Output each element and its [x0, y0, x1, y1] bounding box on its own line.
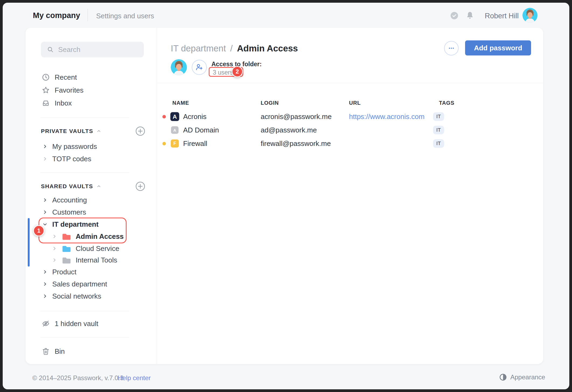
settings-and-users-link[interactable]: Settings and users — [96, 12, 154, 20]
password-name: Firewall — [183, 139, 207, 148]
folder-icon — [62, 256, 71, 264]
appearance-icon — [499, 373, 507, 381]
column-header-name: NAME — [172, 100, 189, 106]
table-row[interactable]: A AD Domain ad@passwork.me IT — [157, 123, 543, 137]
copyright-text: © 2014–2025 Passwork, v.7.0.3 — [32, 374, 124, 382]
folder-icon — [62, 233, 71, 240]
search-icon — [47, 46, 54, 53]
breadcrumb-separator: / — [230, 43, 233, 54]
table-row[interactable]: A Acronis acronis@passwork.me https://ww… — [157, 110, 543, 123]
appearance-toggle[interactable]: Appearance — [499, 373, 545, 381]
sidebar-item-my-passwords[interactable]: My passwords — [26, 141, 157, 152]
main-area: IT department / Admin Access Access to f… — [157, 28, 543, 364]
sidebar-divider — [40, 118, 129, 118]
access-users-count[interactable]: 3 users — [213, 69, 233, 76]
status-dot — [162, 142, 166, 145]
password-url-link[interactable]: https://www.acronis.com — [349, 113, 424, 121]
search-box[interactable] — [41, 42, 144, 57]
content-card: Recent Favorites Inbox PRIVATE VAULTS My… — [26, 28, 543, 364]
sidebar-item-customers[interactable]: Customers — [26, 206, 157, 218]
sidebar-divider — [40, 172, 129, 173]
chevron-up-icon — [96, 184, 101, 189]
sidebar-divider — [40, 337, 129, 338]
column-header-url: URL — [349, 100, 361, 106]
sidebar-item-internal-tools[interactable]: Internal Tools — [26, 254, 157, 266]
chevron-right-icon — [42, 197, 48, 203]
sidebar-item-it-department[interactable]: IT department — [26, 218, 157, 230]
chevron-right-icon — [42, 293, 48, 299]
password-name: Acronis — [183, 113, 207, 121]
chevron-right-icon — [52, 234, 57, 239]
folder-owner-avatar[interactable] — [171, 59, 187, 75]
company-name: My company — [33, 11, 80, 20]
user-add-icon — [195, 63, 203, 71]
sidebar-item-admin-access[interactable]: Admin Access — [26, 230, 157, 242]
tag-badge[interactable]: IT — [433, 112, 444, 121]
folder-icon — [62, 245, 71, 252]
more-options-button[interactable] — [444, 41, 459, 55]
password-icon: A — [170, 112, 179, 121]
chevron-right-icon — [52, 246, 57, 251]
password-login: ad@passwork.me — [261, 126, 317, 134]
sidebar-item-cloud-service[interactable]: Cloud Service — [26, 243, 157, 254]
add-password-button[interactable]: Add password — [465, 40, 531, 55]
user-name[interactable]: Robert Hill — [485, 12, 519, 20]
user-avatar[interactable] — [522, 8, 538, 23]
chevron-right-icon — [42, 269, 48, 275]
sidebar-item-favorites[interactable]: Favorites — [39, 84, 144, 97]
add-user-button[interactable] — [192, 60, 207, 75]
appearance-label: Appearance — [510, 373, 545, 381]
chevron-down-icon — [42, 222, 48, 227]
sidebar-item-bin[interactable]: Bin — [39, 345, 144, 358]
sidebar-item-hidden-vault[interactable]: 1 hidden vault — [39, 317, 144, 330]
chevron-right-icon — [42, 156, 48, 162]
sidebar-item-totp-codes[interactable]: TOTP codes — [26, 153, 157, 165]
sidebar-item-product[interactable]: Product — [26, 266, 157, 278]
eye-off-icon — [42, 320, 50, 328]
sidebar-item-accounting[interactable]: Accounting — [26, 194, 157, 206]
tag-badge[interactable]: IT — [433, 139, 444, 148]
bell-icon[interactable] — [466, 11, 474, 20]
chevron-right-icon — [52, 257, 57, 263]
add-private-vault-button[interactable] — [135, 126, 145, 136]
check-circle-icon[interactable] — [450, 12, 458, 20]
trash-icon — [42, 347, 50, 355]
sidebar: Recent Favorites Inbox PRIVATE VAULTS My… — [26, 28, 157, 364]
password-icon: A — [171, 126, 179, 134]
sidebar-item-sales-department[interactable]: Sales department — [26, 278, 157, 290]
chevron-right-icon — [42, 281, 48, 287]
password-name: AD Domain — [183, 126, 219, 134]
sidebar-item-social-networks[interactable]: Social networks — [26, 290, 157, 302]
status-dot — [162, 115, 166, 118]
tag-badge[interactable]: IT — [433, 126, 444, 134]
help-center-link[interactable]: Help center — [118, 374, 151, 382]
private-vaults-header[interactable]: PRIVATE VAULTS — [41, 125, 101, 137]
add-shared-vault-button[interactable] — [135, 181, 145, 191]
sidebar-divider — [40, 311, 129, 311]
inbox-icon — [42, 99, 50, 107]
access-to-folder-label: Access to folder: — [211, 61, 262, 68]
table-row[interactable]: F Firewall firewall@passwork.me IT — [157, 137, 543, 150]
chevron-up-icon — [96, 129, 101, 134]
page-title: Admin Access — [237, 43, 298, 54]
breadcrumb: IT department / Admin Access — [171, 43, 298, 54]
column-header-login: LOGIN — [261, 100, 279, 106]
shared-vaults-header[interactable]: SHARED VAULTS — [41, 180, 101, 192]
breadcrumb-parent[interactable]: IT department — [171, 43, 226, 54]
ellipsis-icon — [448, 45, 455, 52]
screenshot-root: My company Settings and users Robert Hil… — [0, 0, 572, 392]
search-input[interactable] — [58, 46, 139, 54]
table-header: NAME LOGIN URL TAGS — [157, 100, 543, 108]
topbar-divider — [88, 9, 88, 21]
header-divider — [157, 83, 543, 83]
chevron-right-icon — [42, 144, 48, 149]
sidebar-item-inbox[interactable]: Inbox — [39, 97, 144, 110]
password-login: acronis@passwork.me — [261, 113, 332, 121]
sidebar-item-recent[interactable]: Recent — [39, 71, 144, 84]
chevron-right-icon — [42, 209, 48, 215]
password-icon: F — [171, 139, 179, 148]
star-icon — [42, 86, 50, 94]
clock-icon — [42, 73, 50, 81]
column-header-tags: TAGS — [439, 100, 454, 106]
password-login: firewall@passwork.me — [261, 139, 331, 148]
